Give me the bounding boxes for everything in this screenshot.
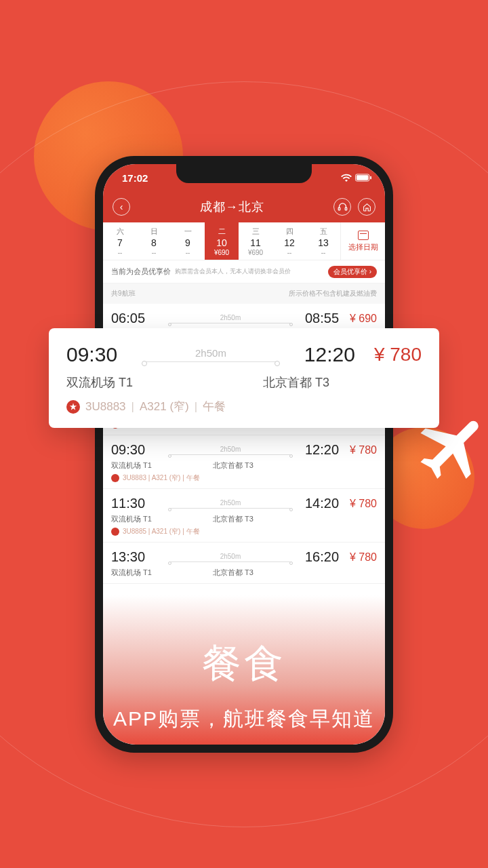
airline-logo-icon	[111, 528, 119, 536]
price-note: 所示价格不包含机建及燃油费	[289, 289, 377, 298]
member-toggle[interactable]: 会员优享价 ›	[328, 266, 377, 278]
highlight-flight-card[interactable]: 09:30 2h50m 12:20 ¥ 780 双流机场 T1 北京首都 T3 …	[49, 328, 439, 428]
card-flight-no: 3U8883	[85, 400, 126, 414]
date-picker-button[interactable]: 选择日期	[340, 222, 385, 260]
status-time: 17:02	[122, 172, 148, 184]
card-arr-time: 12:20	[304, 343, 355, 366]
flight-price: ¥ 780	[350, 551, 377, 564]
card-aircraft: A321 (窄)	[140, 399, 189, 414]
flight-price: ¥ 690	[350, 313, 377, 325]
flight-count: 共9航班	[111, 289, 136, 298]
date-cell[interactable]: 三11¥690	[239, 222, 272, 260]
svg-rect-3	[338, 208, 340, 210]
support-icon[interactable]	[333, 198, 351, 216]
battery-icon	[355, 172, 371, 184]
date-cell[interactable]: 六7--	[103, 222, 137, 260]
airline-logo-icon	[66, 400, 80, 414]
card-meal: 午餐	[203, 399, 226, 414]
card-duration: 2h50m	[123, 347, 299, 362]
home-icon[interactable]	[358, 198, 375, 216]
svg-rect-4	[345, 208, 347, 210]
back-button[interactable]: ‹	[113, 198, 130, 216]
flight-row[interactable]: 13:30 2h50m 16:20 ¥ 780 双流机场 T1北京首都 T3	[103, 542, 385, 584]
date-cell[interactable]: 四12--	[272, 222, 306, 260]
card-dep-time: 09:30	[66, 343, 117, 366]
promo-title: 餐食	[0, 637, 488, 690]
card-price: ¥ 780	[374, 344, 422, 366]
phone-notch	[176, 164, 312, 183]
nav-bar: ‹ 成都→北京	[103, 191, 385, 222]
flight-row[interactable]: 09:30 2h50m 12:20 ¥ 780 双流机场 T1北京首都 T3 3…	[103, 435, 385, 489]
flight-row[interactable]: 06:05 2h50m 08:55 ¥ 690	[103, 304, 385, 330]
promo-subtitle: APP购票，航班餐食早知道	[0, 705, 488, 733]
flight-price: ¥ 780	[350, 498, 377, 510]
calendar-icon	[358, 231, 369, 240]
date-cell-active[interactable]: 二10¥690	[205, 222, 239, 260]
date-cell[interactable]: 日8--	[137, 222, 171, 260]
flight-row[interactable]: 11:30 2h50m 14:20 ¥ 780 双流机场 T1北京首都 T3 3…	[103, 489, 385, 542]
list-info-row: 共9航班 所示价格不包含机建及燃油费	[103, 283, 385, 304]
member-price-row: 当前为会员优享价 购票需含会员本人，无本人请切换非会员价 会员优享价 ›	[103, 260, 385, 283]
wifi-icon	[341, 172, 352, 184]
date-cell[interactable]: 一9--	[171, 222, 205, 260]
card-arr-airport: 北京首都 T3	[263, 374, 329, 391]
card-dep-airport: 双流机场 T1	[66, 374, 263, 391]
svg-rect-1	[357, 175, 369, 180]
route-title: 成都→北京	[200, 199, 264, 215]
member-label: 当前为会员优享价	[111, 267, 171, 277]
date-cell[interactable]: 五13--	[306, 222, 340, 260]
member-hint: 购票需含会员本人，无本人请切换非会员价	[175, 267, 324, 276]
flight-price: ¥ 780	[350, 444, 377, 456]
svg-rect-2	[370, 176, 371, 179]
date-selector: 六7-- 日8-- 一9-- 二10¥690 三11¥690 四12-- 五13…	[103, 222, 385, 260]
airline-logo-icon	[111, 474, 119, 482]
